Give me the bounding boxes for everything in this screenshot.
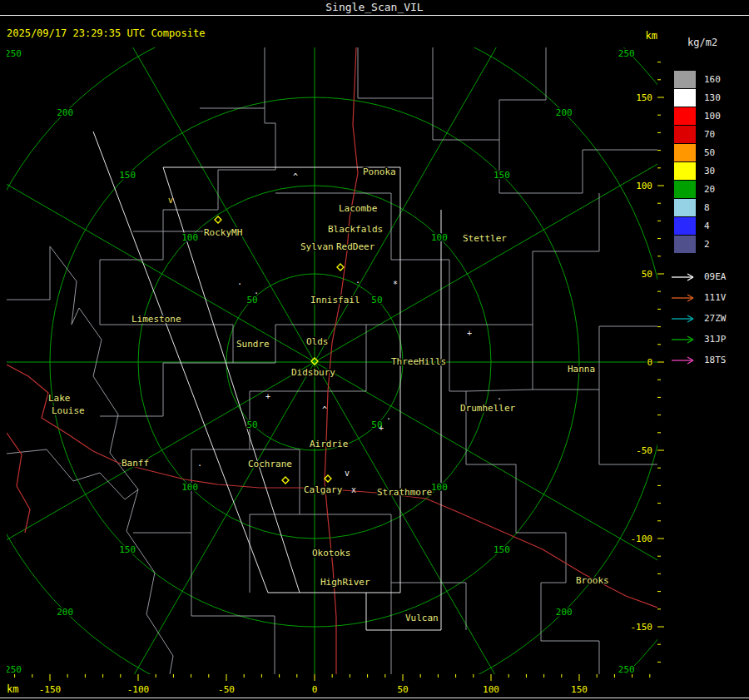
- county-line: [79, 308, 173, 674]
- colorbar-entry: 50: [674, 143, 749, 161]
- bottom-axis-tick-label: 50: [397, 684, 408, 695]
- ring-distance-label: 250: [618, 48, 635, 59]
- spoke-line: [65, 362, 315, 700]
- radar-id: 09EA: [704, 271, 727, 282]
- ring-distance-label: 250: [618, 664, 635, 675]
- city-label: RockyMH: [204, 227, 242, 238]
- ring-distance-label: 150: [119, 544, 136, 555]
- city-label: Hanna: [568, 364, 595, 375]
- city-label: Louise: [52, 405, 85, 416]
- colorbar-value: 70: [704, 129, 715, 140]
- county-line: [449, 193, 599, 325]
- colorbar-entry: 2: [674, 235, 749, 253]
- city-label: Sundre: [236, 339, 270, 350]
- ring-distance-label: 150: [119, 170, 136, 181]
- colorbar-entry: 30: [674, 161, 749, 180]
- colorbar-value: 130: [704, 92, 721, 103]
- right-axis-ticks: [657, 62, 664, 663]
- colorbar-value: 2: [704, 239, 710, 250]
- city-label: Innisfail: [310, 295, 360, 305]
- ring-distance-label: 200: [57, 107, 73, 118]
- radar-legend-item: 27ZW: [671, 308, 749, 329]
- colorbar-units-label: kg/m2: [687, 37, 749, 48]
- ring-distance-label: 50: [246, 420, 257, 430]
- right-axis-tick-label: 100: [636, 181, 652, 191]
- window-bottom-border: [0, 698, 749, 698]
- city-label: Brooks: [576, 575, 609, 586]
- colorbar-swatch: [674, 107, 696, 125]
- ring-distance-label: 200: [57, 607, 73, 618]
- county-line: [433, 47, 546, 140]
- colorbar-entry: 20: [674, 180, 749, 198]
- city-label: ThreeHills: [391, 356, 446, 367]
- ring-distance-label: 100: [431, 482, 448, 493]
- point-marker: +: [265, 392, 270, 401]
- radar-arrow-icon: [671, 314, 699, 324]
- spoke-line: [65, 0, 315, 362]
- radar-site-marker: [325, 475, 331, 482]
- legend-panel: kg/m2 16013010070503020842 09EA111V27ZW3…: [667, 37, 749, 370]
- colorbar-value: 20: [704, 184, 715, 195]
- bottom-axis-tick-label: -100: [127, 684, 150, 695]
- city-label: Limestone: [131, 314, 181, 325]
- right-axis-tick-label: -150: [631, 622, 653, 633]
- spoke-line: [315, 362, 564, 700]
- county-line: [250, 449, 300, 593]
- radar-arrow-icon: [671, 355, 699, 365]
- ring-distance-label: 50: [246, 295, 257, 305]
- colorbar-value: 4: [704, 221, 710, 231]
- colorbar-entry: 160: [674, 70, 749, 88]
- city-label: Lake: [48, 393, 71, 404]
- city-label: Airdrie: [310, 439, 348, 449]
- county-line: [100, 210, 163, 325]
- ring-distance-label: 50: [371, 295, 382, 305]
- radar-window: 5050505010010010010015015015015020020020…: [0, 0, 749, 700]
- city-label: Lacombe: [339, 203, 377, 214]
- city-label: Olds: [306, 336, 329, 347]
- right-axis-tick-label: -100: [631, 534, 653, 544]
- city-label: Okotoks: [312, 548, 350, 559]
- bottom-axis-ticks: [15, 674, 650, 681]
- point-marker: .: [237, 277, 242, 286]
- city-label: HighRiver: [320, 577, 370, 588]
- highway-line: [7, 433, 30, 533]
- county-line: [449, 325, 599, 674]
- colorbar-value: 50: [704, 147, 715, 158]
- point-marker: +: [467, 329, 472, 338]
- radar-legend-item: 18TS: [671, 350, 749, 370]
- point-marker: v: [345, 469, 350, 478]
- ring-distance-label: 150: [494, 170, 510, 181]
- city-label: Banff: [122, 458, 149, 469]
- colorbar-entry: 130: [674, 88, 749, 107]
- colorbar-value: 160: [704, 74, 721, 85]
- bottom-axis-tick-label: -150: [39, 684, 62, 695]
- county-line: [100, 325, 233, 416]
- county-line: [7, 246, 50, 300]
- city-label: Strathmore: [377, 487, 432, 498]
- window-titlebar: Single_Scan_VIL: [0, 0, 749, 16]
- colorbar-value: 30: [704, 166, 715, 176]
- right-axis-unit-label: km: [616, 30, 657, 42]
- right-axis-tick-label: 150: [636, 92, 652, 103]
- colorbar-swatch: [674, 71, 696, 88]
- point-marker: v: [168, 196, 173, 205]
- colorbar-value: 8: [704, 202, 710, 213]
- radar-site-marker: [282, 477, 289, 484]
- map-plot-area: 5050505010010010010015015015015020020020…: [0, 0, 749, 700]
- radar-legend-item: 111V: [671, 287, 749, 308]
- range-rings: [0, 0, 749, 700]
- ring-distance-label: 100: [431, 232, 448, 243]
- colorbar-entry: 4: [674, 216, 749, 235]
- colorbar-swatch: [674, 162, 696, 180]
- point-marker: ^: [293, 172, 298, 181]
- point-marker: .: [197, 459, 202, 468]
- ring-distance-label: 100: [181, 482, 198, 493]
- city-label: Didsbury: [291, 367, 335, 378]
- colorbar-entry: 70: [674, 125, 749, 143]
- point-marker: .: [497, 392, 502, 401]
- radar-arrow-icon: [671, 335, 699, 345]
- bottom-axis-tick-label: 150: [571, 684, 588, 695]
- ring-distance-label: 250: [5, 664, 22, 675]
- colorbar-swatch: [674, 199, 696, 216]
- ring-distance-label: 150: [494, 544, 510, 555]
